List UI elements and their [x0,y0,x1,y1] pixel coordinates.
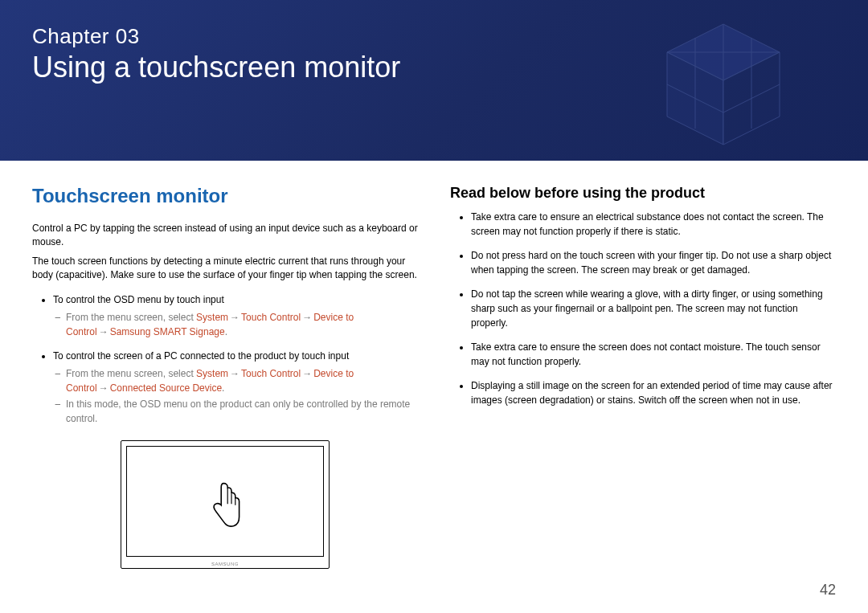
list-item: To control the OSD menu by touch input F… [53,292,418,339]
manual-page: Chapter 03 Using a touchscreen monitor [0,0,868,613]
decorative-cube-graphic [635,8,812,161]
arrow-icon: → [301,368,313,379]
menu-system: System [196,368,228,379]
list-item: Do not press hard on the touch screen wi… [471,248,836,277]
menu-touch-control: Touch Control [241,368,301,379]
list-item: Take extra care to ensure the screen doe… [471,340,836,369]
arrow-icon: → [97,382,110,394]
arrow-icon: → [228,312,241,323]
section-heading-read-before: Read below before using the product [450,185,836,202]
page-body: Touchscreen monitor Control a PC by tapp… [0,161,868,569]
monitor-brand-label: SAMSUNG [121,562,329,566]
intro-paragraph-2: The touch screen functions by detecting … [32,255,418,283]
menu-path-line: From the menu screen, select System→Touc… [55,310,418,339]
monitor-frame: SAMSUNG [121,440,330,569]
period: . [222,382,224,394]
menu-samsung-smart-signage: Samsung SMART Signage [110,326,225,337]
list-item: To control the screen of a PC connected … [53,349,418,426]
chapter-banner: Chapter 03 Using a touchscreen monitor [0,0,868,161]
note-text: In this mode, the OSD menu on the produc… [66,398,410,424]
sub-prefix: From the menu screen, select [66,368,196,379]
right-column: Read below before using the product Take… [450,185,836,569]
arrow-icon: → [301,312,313,323]
menu-touch-control: Touch Control [241,312,301,323]
intro-paragraph-1: Control a PC by tapping the screen inste… [32,222,418,250]
sub-list: From the menu screen, select System→Touc… [55,366,418,426]
left-column: Touchscreen monitor Control a PC by tapp… [32,185,418,569]
menu-system: System [196,312,228,323]
sub-prefix: From the menu screen, select [66,312,196,323]
sub-list: From the menu screen, select System→Touc… [55,310,418,339]
arrow-icon: → [228,368,241,379]
page-number: 42 [820,582,836,599]
caution-list: Take extra care to ensure an electrical … [450,210,836,407]
arrow-icon: → [97,326,110,337]
item-text: To control the OSD menu by touch input [53,294,224,305]
list-item: Do not tap the screen while wearing a gl… [471,287,836,330]
period: . [225,326,227,337]
list-item: Take extra care to ensure an electrical … [471,210,836,239]
item-text: To control the screen of a PC connected … [53,350,349,362]
instruction-list: To control the OSD menu by touch input F… [32,292,418,426]
list-item: Displaying a still image on the screen f… [471,378,836,407]
menu-path-line: From the menu screen, select System→Touc… [55,366,418,395]
section-heading-touchscreen: Touchscreen monitor [32,185,418,207]
pointing-hand-icon [204,480,246,534]
sub-note: In this mode, the OSD menu on the produc… [55,397,418,426]
monitor-illustration: SAMSUNG [32,440,418,569]
menu-connected-source-device: Connected Source Device [110,382,222,394]
